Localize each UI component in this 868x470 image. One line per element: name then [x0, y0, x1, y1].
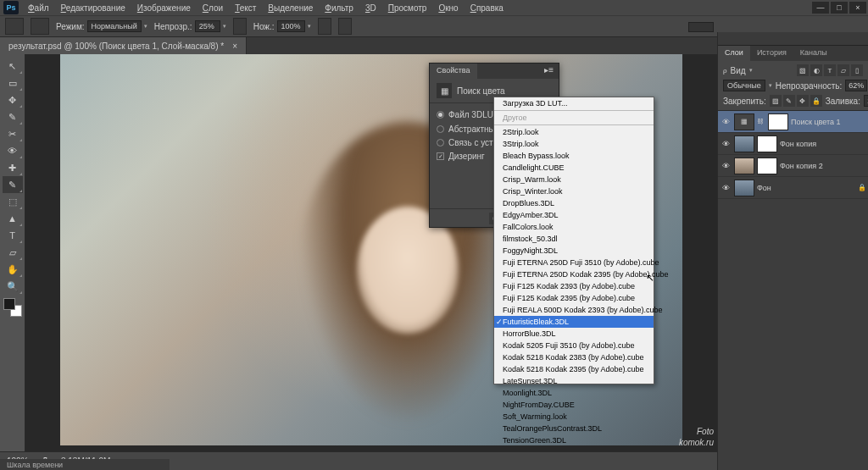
maximize-button[interactable]: □ — [831, 2, 848, 14]
tool-9[interactable]: ▲ — [3, 210, 23, 227]
lut-option[interactable]: EdgyAmber.3DL — [494, 209, 654, 221]
lut-option[interactable]: filmstock_50.3dl — [494, 233, 654, 245]
minimize-button[interactable]: — — [812, 2, 829, 14]
lut-option[interactable]: Crisp_Winter.look — [494, 185, 654, 197]
lut-option[interactable]: DropBlues.3DL — [494, 197, 654, 209]
filter-type-icon[interactable]: T — [824, 64, 836, 76]
close-button[interactable]: × — [849, 2, 866, 14]
blend-mode-select[interactable]: Обычные — [723, 80, 765, 91]
visibility-icon[interactable]: 👁 — [720, 184, 732, 192]
lut-option[interactable]: Fuji F125 Kodak 2393 (by Adobe).cube — [494, 280, 654, 292]
pressure-size-icon[interactable] — [338, 18, 352, 35]
tab-channels[interactable]: Каналы — [793, 46, 834, 61]
tool-7[interactable]: ✎ — [3, 176, 23, 193]
lock-pixels-icon[interactable]: ✎ — [783, 95, 795, 107]
layer-thumb[interactable]: ▦ — [734, 113, 754, 130]
lut-option[interactable]: TealOrangePlusContrast.3DL — [494, 423, 654, 434]
lut-option[interactable]: LateSunset.3DL — [494, 375, 654, 387]
menu-Выделение[interactable]: Выделение — [262, 2, 319, 14]
tool-12[interactable]: ✋ — [3, 261, 23, 278]
layer-thumb[interactable] — [734, 135, 754, 152]
layer-name[interactable]: Фон — [757, 184, 855, 192]
tool-5[interactable]: 👁 — [3, 142, 23, 159]
lut-option[interactable]: 3Strip.look — [494, 138, 654, 150]
layer-row[interactable]: 👁Фон копия — [718, 133, 868, 155]
lut-option[interactable]: Crisp_Warm.look — [494, 174, 654, 185]
layer-row[interactable]: 👁▦⛓Поиск цвета 1 — [718, 111, 868, 133]
lut-option[interactable]: Kodak 5218 Kodak 2383 (by Adobe).cube — [494, 351, 654, 363]
mask-thumb[interactable] — [757, 135, 777, 152]
properties-tab[interactable]: Свойства — [430, 64, 477, 79]
layer-name[interactable]: Поиск цвета 1 — [791, 118, 866, 126]
visibility-icon[interactable]: 👁 — [720, 140, 732, 148]
layer-name[interactable]: Фон копия — [780, 140, 866, 148]
lut-option[interactable]: Другое — [494, 112, 654, 125]
tab-close-icon[interactable]: × — [232, 41, 237, 51]
lut-option[interactable]: FuturisticBleak.3DL — [494, 316, 654, 328]
filter-adj-icon[interactable]: ◐ — [810, 64, 822, 76]
menu-Фильтр[interactable]: Фильтр — [319, 2, 359, 14]
menu-Текст[interactable]: Текст — [229, 2, 262, 14]
menu-Справка[interactable]: Справка — [465, 2, 509, 14]
fill-field[interactable]: 100% — [864, 95, 868, 107]
radio-devicelink[interactable] — [437, 139, 444, 147]
filter-smart-icon[interactable]: ▯ — [851, 64, 863, 76]
filter-pixel-icon[interactable]: ▧ — [797, 64, 809, 76]
tool-2[interactable]: ✥ — [3, 91, 23, 108]
tool-13[interactable]: 🔍 — [3, 278, 23, 295]
lut-option[interactable]: FallColors.look — [494, 221, 654, 233]
tool-8[interactable]: ⬚ — [3, 193, 23, 210]
lock-position-icon[interactable]: ✥ — [797, 95, 809, 107]
menu-Редактирование[interactable]: Редактирование — [55, 2, 131, 14]
radio-abstract[interactable] — [437, 125, 444, 133]
timeline-tab[interactable]: Шкала времени — [0, 459, 170, 470]
lut-option[interactable]: Kodak 5205 Fuji 3510 (by Adobe).cube — [494, 340, 654, 351]
lut-option[interactable]: HorrorBlue.3DL — [494, 328, 654, 340]
lut-option[interactable]: Загрузка 3D LUT... — [494, 97, 654, 111]
lut-option[interactable]: Fuji ETERNA 250D Fuji 3510 (by Adobe).cu… — [494, 257, 654, 268]
tab-history[interactable]: История — [750, 46, 793, 61]
tool-10[interactable]: T — [3, 227, 23, 244]
tool-1[interactable]: ▭ — [3, 75, 23, 91]
layer-thumb[interactable] — [734, 180, 754, 196]
lock-all-icon[interactable]: 🔒 — [810, 95, 822, 107]
mask-thumb[interactable] — [757, 158, 777, 174]
layer-opacity-field[interactable]: 62% — [845, 80, 867, 91]
filter-shape-icon[interactable]: ▱ — [837, 64, 849, 76]
visibility-icon[interactable]: 👁 — [720, 118, 732, 126]
tool-preset-icon[interactable] — [5, 18, 24, 35]
layer-row[interactable]: 👁Фон🔒 — [718, 177, 868, 199]
lut-option[interactable]: Moonlight.3DL — [494, 387, 654, 399]
mask-thumb[interactable] — [768, 113, 788, 130]
dither-checkbox[interactable]: ✓ — [437, 152, 444, 160]
lut-option[interactable]: TensionGreen.3DL — [494, 434, 654, 446]
tool-11[interactable]: ▱ — [3, 244, 23, 261]
menu-Изображение[interactable]: Изображение — [131, 2, 197, 14]
menu-Файл[interactable]: Файл — [22, 2, 55, 14]
lut-option[interactable]: Soft_Warming.look — [494, 411, 654, 423]
menu-Просмотр[interactable]: Просмотр — [382, 2, 433, 14]
layer-row[interactable]: 👁Фон копия 2 — [718, 155, 868, 177]
lock-transparent-icon[interactable]: ▨ — [770, 95, 782, 107]
menu-Окно[interactable]: Окно — [432, 2, 464, 14]
lut-option[interactable]: Fuji F125 Kodak 2395 (by Adobe).cube — [494, 292, 654, 304]
tab-layers[interactable]: Слои — [718, 46, 750, 61]
radio-3dlut[interactable] — [437, 111, 444, 119]
layer-thumb[interactable] — [734, 158, 754, 174]
visibility-icon[interactable]: 👁 — [720, 162, 732, 170]
menu-3D[interactable]: 3D — [359, 2, 382, 14]
tool-0[interactable]: ↖ — [3, 58, 23, 75]
airbrush-icon[interactable] — [318, 18, 331, 35]
mode-select[interactable]: Нормальный — [87, 20, 142, 32]
lut-option[interactable]: Fuji REALA 500D Kodak 2393 (by Adobe).cu… — [494, 304, 654, 316]
layer-name[interactable]: Фон копия 2 — [780, 162, 866, 170]
menu-Слои[interactable]: Слои — [197, 2, 229, 14]
lut-option[interactable]: NightFromDay.CUBE — [494, 399, 654, 411]
tool-3[interactable]: ✎ — [3, 108, 23, 125]
brush-preset-icon[interactable] — [31, 18, 49, 35]
panel-menu-icon[interactable]: ▸≡ — [539, 64, 559, 79]
tool-6[interactable]: ✚ — [3, 159, 23, 176]
link-icon[interactable]: ⛓ — [757, 118, 765, 125]
lut-option[interactable]: 2Strip.look — [494, 126, 654, 138]
lut-option[interactable]: FoggyNight.3DL — [494, 245, 654, 257]
